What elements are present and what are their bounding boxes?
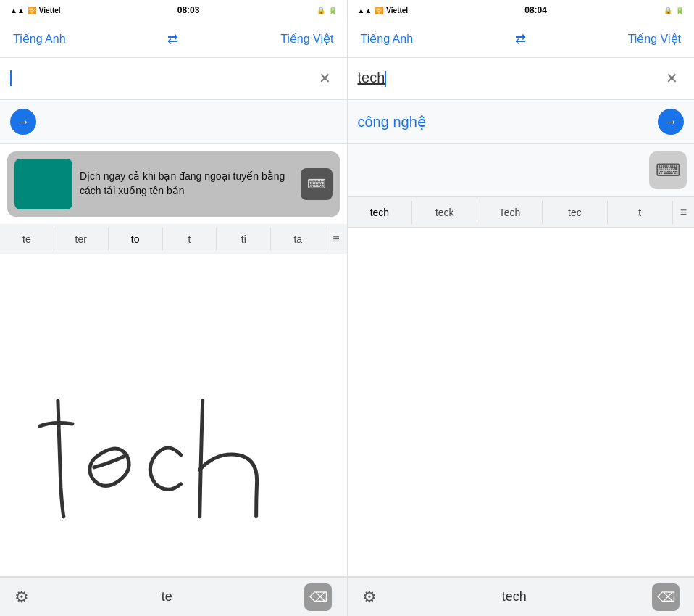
left-text-input[interactable]	[10, 70, 313, 86]
right-suggestion-1[interactable]: teck	[412, 201, 477, 224]
main-panels: Tiếng Anh ⇄ Tiếng Việt ✕ → Dịch ngay cả …	[0, 20, 694, 616]
left-swap-icon[interactable]: ⇄	[167, 31, 178, 47]
right-settings-icon[interactable]: ⚙	[362, 588, 377, 607]
left-carrier: Viettel	[39, 7, 61, 14]
right-lang-header: Tiếng Anh ⇄ Tiếng Việt	[348, 20, 695, 58]
right-backspace-icon: ⌫	[657, 589, 675, 605]
left-handwriting-area[interactable]	[0, 254, 347, 577]
right-arrow-button[interactable]: →	[658, 109, 684, 135]
right-suggestion-0[interactable]: tech	[348, 201, 413, 224]
left-clear-button[interactable]: ✕	[313, 67, 337, 90]
left-expand-icon[interactable]: ≡	[325, 227, 346, 251]
left-lang-header: Tiếng Anh ⇄ Tiếng Việt	[0, 20, 347, 58]
right-target-lang[interactable]: Tiếng Việt	[628, 32, 681, 46]
right-handwriting-area[interactable]	[348, 228, 695, 577]
right-handwriting-svg	[348, 228, 695, 576]
left-cursor	[10, 70, 12, 86]
right-suggestion-3[interactable]: tec	[543, 201, 608, 224]
left-input-area: ✕	[0, 58, 347, 100]
left-bottom-label: te	[162, 589, 172, 604]
left-backspace-icon: ⌫	[309, 589, 327, 605]
notif-thumbnail	[14, 159, 72, 209]
left-signal-icon: ▲▲	[10, 7, 25, 14]
left-time: 08:03	[177, 5, 200, 15]
right-carrier: Viettel	[386, 7, 408, 14]
left-source-lang[interactable]: Tiếng Anh	[13, 32, 66, 46]
keyboard-symbol: ⌨	[307, 176, 326, 192]
right-time: 08:04	[524, 5, 547, 15]
right-expand-icon[interactable]: ≡	[673, 200, 694, 225]
left-translation-area: →	[0, 100, 347, 144]
right-right-icons: 🔒 🔋	[664, 7, 684, 14]
right-panel: Tiếng Anh ⇄ Tiếng Việt tech ✕ công nghệ …	[348, 20, 695, 616]
left-carrier-icons: ▲▲ 🛜 Viettel	[10, 7, 61, 14]
status-bars: ▲▲ 🛜 Viettel 08:03 🔒 🔋 ▲▲ 🛜 Viettel 08:0…	[0, 0, 694, 20]
left-arrow-button[interactable]: →	[10, 109, 36, 135]
right-text-input[interactable]: tech	[358, 70, 661, 87]
left-suggestion-5[interactable]: ta	[271, 228, 325, 251]
left-suggestion-2[interactable]: to	[109, 228, 163, 251]
notif-keyboard-icon[interactable]: ⌨	[301, 168, 333, 200]
left-bottom-bar: ⚙ te ⌫	[0, 577, 347, 616]
right-keyboard-button[interactable]: ⌨	[649, 151, 687, 189]
right-suggestion-bar: tech teck Tech tec t ≡	[348, 197, 695, 228]
left-handwriting-svg	[0, 254, 347, 576]
status-bar-right: ▲▲ 🛜 Viettel 08:04 🔒 🔋	[348, 0, 695, 20]
right-lock-icon: 🔒	[664, 7, 672, 14]
left-suggestion-0[interactable]: te	[0, 228, 54, 251]
right-keyboard-toggle-area: ⌨	[348, 144, 695, 197]
battery-icon: 🔋	[328, 7, 337, 14]
right-translation-text: công nghệ	[358, 113, 659, 130]
right-bottom-label: tech	[502, 589, 527, 604]
left-backspace-button[interactable]: ⌫	[304, 583, 332, 611]
keyboard-icon: ⌨	[656, 160, 681, 180]
left-notification-banner[interactable]: Dịch ngay cả khi bạn đang ngoại tuyến bằ…	[7, 151, 340, 217]
left-suggestion-bar: te ter to t ti ta ≡	[0, 224, 347, 254]
left-right-icons: 🔒 🔋	[317, 7, 337, 14]
status-bar-left: ▲▲ 🛜 Viettel 08:03 🔒 🔋	[0, 0, 347, 20]
right-wifi-icon: 🛜	[375, 7, 383, 14]
right-suggestion-4[interactable]: t	[608, 201, 673, 224]
right-input-value: tech	[358, 70, 385, 86]
right-input-area: tech ✕	[348, 58, 695, 100]
lock-icon: 🔒	[317, 7, 325, 14]
right-bottom-bar: ⚙ tech ⌫	[348, 577, 695, 616]
right-carrier-icons: ▲▲ 🛜 Viettel	[358, 7, 409, 14]
left-wifi-icon: 🛜	[28, 7, 36, 14]
right-translation-area: công nghệ →	[348, 100, 695, 144]
notif-text: Dịch ngay cả khi bạn đang ngoại tuyến bằ…	[80, 170, 293, 198]
left-suggestion-4[interactable]: ti	[217, 228, 271, 251]
left-panel: Tiếng Anh ⇄ Tiếng Việt ✕ → Dịch ngay cả …	[0, 20, 348, 616]
left-target-lang[interactable]: Tiếng Việt	[280, 32, 333, 46]
right-backspace-button[interactable]: ⌫	[652, 583, 680, 611]
right-suggestion-2[interactable]: Tech	[477, 201, 543, 224]
right-source-lang[interactable]: Tiếng Anh	[361, 32, 414, 46]
right-signal-icon: ▲▲	[358, 7, 372, 14]
right-battery-icon: 🔋	[675, 7, 684, 14]
right-swap-icon[interactable]: ⇄	[515, 31, 526, 47]
left-suggestion-3[interactable]: t	[163, 228, 217, 251]
right-clear-button[interactable]: ✕	[660, 67, 684, 90]
left-suggestion-1[interactable]: ter	[54, 228, 109, 251]
left-settings-icon[interactable]: ⚙	[14, 588, 29, 607]
